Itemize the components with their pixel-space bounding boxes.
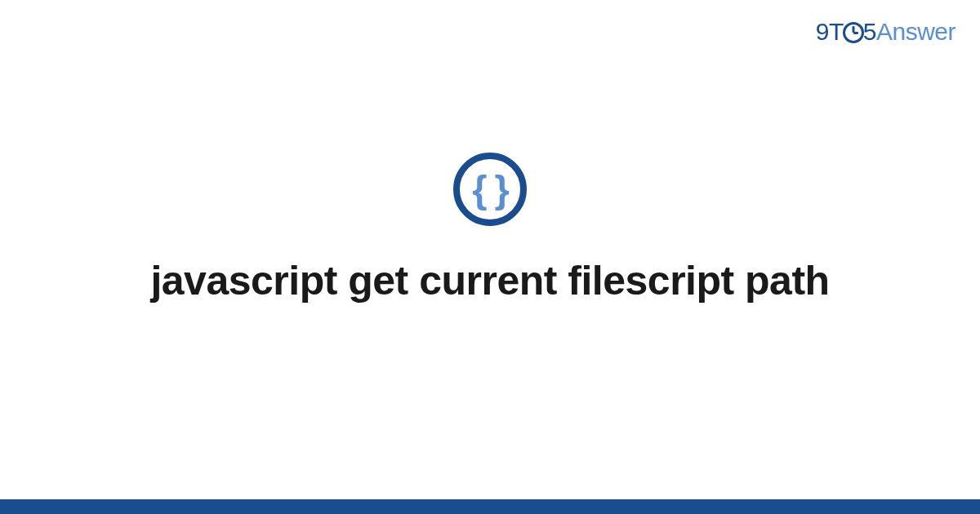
logo-five: 5 — [863, 18, 876, 45]
code-braces-icon: { } — [472, 170, 508, 208]
site-logo: 9T5Answer — [816, 18, 956, 46]
logo-nine: 9 — [816, 18, 829, 45]
footer-bar — [0, 499, 980, 514]
logo-answer: Answer — [876, 18, 956, 45]
logo-t: T — [829, 18, 844, 45]
page-title: javascript get current filescript path — [150, 257, 829, 305]
clock-icon — [843, 22, 864, 43]
main-content: { } javascript get current filescript pa… — [0, 0, 980, 514]
category-icon-circle: { } — [453, 153, 527, 226]
